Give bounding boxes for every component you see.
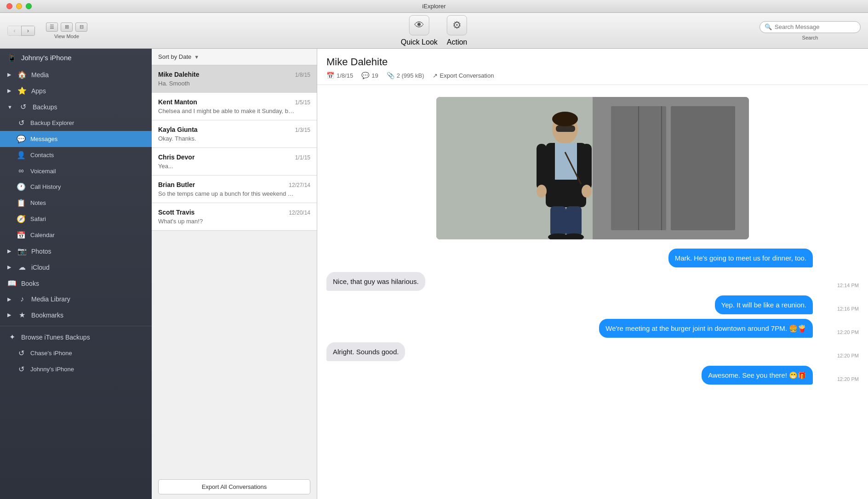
message-list-panel: Sort by Date ▼ Mike Dalehite 1/8/15 Ha. … [152, 49, 317, 499]
sidebar-item-bookmarks[interactable]: ▶ ★ Bookmarks [0, 307, 152, 323]
message-preview: So the temps came up a bunch for this we… [158, 190, 296, 197]
bookmarks-icon: ★ [17, 311, 27, 319]
sidebar-item-contacts[interactable]: 👤 Contacts [0, 147, 152, 163]
svg-point-13 [537, 185, 547, 198]
message-list-header: Sort by Date ▼ [152, 49, 317, 65]
action-button[interactable]: ⚙ Action [447, 15, 467, 46]
sidebar-item-johnny-iphone-backup[interactable]: ↺ Johnny's iPhone [0, 361, 152, 377]
export-conv-label: Export Conversation [440, 72, 494, 79]
photo-attachment [436, 97, 749, 239]
backup-explorer-icon: ↺ [17, 119, 26, 127]
message-date: 12/20/14 [289, 210, 310, 216]
icloud-icon: ☁ [17, 263, 27, 272]
sidebar-item-chase-iphone[interactable]: ↺ Chase's iPhone [0, 345, 152, 361]
sidebar-item-books[interactable]: 📖 Books [0, 275, 152, 291]
message-time: 12:14 PM [837, 283, 859, 288]
message-preview: Chelsea and I might be able to make it S… [158, 108, 296, 114]
column-view-button[interactable]: ⊞ [61, 23, 73, 32]
message-bubble: Awesome. See you there! 😁🎁 [702, 366, 813, 385]
list-item[interactable]: Brian Butler 12/27/14 So the temps came … [152, 176, 317, 203]
conversation-contact-name: Mike Dalehite [326, 56, 859, 68]
sidebar-browse-itunes[interactable]: ✦ Browse iTunes Backups [0, 329, 152, 345]
sidebar-item-messages[interactable]: 💬 Messages [0, 131, 152, 147]
sidebar-item-label-voicemail: Voicemail [30, 168, 56, 175]
message-sender: Mike Dalehite [158, 71, 199, 78]
collapse-arrow-backups: ▼ [7, 104, 12, 110]
sidebar-item-label-media: Media [31, 71, 49, 79]
message-time: 12:20 PM [837, 329, 859, 335]
forward-button[interactable]: › [21, 26, 35, 36]
sidebar-item-label-icloud: iCloud [31, 264, 50, 271]
sidebar-item-label-contacts: Contacts [30, 152, 54, 159]
back-button[interactable]: ‹ [7, 26, 21, 36]
list-item[interactable]: Mike Dalehite 1/8/15 Ha. Smooth [152, 65, 317, 93]
main-layout: 📱 Johnny's iPhone ▶ 🏠 Media ▶ ⭐ Apps ▼ ↺… [0, 49, 868, 499]
sidebar-item-backups[interactable]: ▼ ↺ Backups [0, 99, 152, 115]
title-bar: iExplorer [0, 0, 868, 13]
action-label: Action [447, 38, 467, 46]
list-item[interactable]: Scott Travis 12/20/14 What's up man!? [152, 203, 317, 231]
list-view-button[interactable]: ☰ [46, 23, 58, 32]
sidebar-item-media[interactable]: ▶ 🏠 Media [0, 67, 152, 83]
sidebar-item-photos[interactable]: ▶ 📷 Photos [0, 243, 152, 259]
meta-message-count: 19 [371, 72, 378, 79]
search-input[interactable] [775, 23, 856, 30]
search-label: Search [802, 35, 818, 40]
message-date: 1/1/15 [295, 154, 310, 161]
svg-point-14 [582, 185, 592, 198]
message-sender: Scott Travis [158, 209, 194, 216]
sidebar-item-safari[interactable]: 🧭 Safari [0, 211, 152, 227]
sidebar-item-icloud[interactable]: ▶ ☁ iCloud [0, 259, 152, 275]
message-list: Mike Dalehite 1/8/15 Ha. Smooth Kent Man… [152, 65, 317, 475]
sidebar-item-label-backups: Backups [33, 103, 57, 111]
sidebar-item-label-johnny-iphone-backup: Johnny's iPhone [30, 366, 74, 373]
sidebar-item-notes[interactable]: 📋 Notes [0, 195, 152, 211]
svg-rect-12 [582, 144, 592, 190]
close-button[interactable] [6, 3, 12, 9]
fullscreen-button[interactable] [26, 3, 32, 9]
collapse-arrow-photos: ▶ [7, 248, 11, 254]
list-item[interactable]: Kayla Giunta 1/3/15 Okay. Thanks. [152, 120, 317, 148]
svg-point-8 [552, 112, 578, 126]
export-conversation-button[interactable]: ↗ Export Conversation [433, 72, 494, 79]
message-row-sent-1: Mark. He's going to meet us for dinner, … [326, 249, 859, 267]
sidebar-item-calendar[interactable]: 📅 Calendar [0, 227, 152, 243]
conversation-messages: 12:13 PM Mark. He's going to meet us for… [317, 85, 868, 499]
message-sender: Brian Butler [158, 181, 195, 188]
minimize-button[interactable] [16, 3, 22, 9]
sidebar-item-media-library[interactable]: ▶ ♪ Media Library [0, 291, 152, 307]
messages-icon: 💬 [17, 135, 26, 143]
grid-view-button[interactable]: ⊟ [75, 23, 87, 32]
list-item[interactable]: Kent Manton 1/5/15 Chelsea and I might b… [152, 93, 317, 120]
sidebar-item-label-chase-iphone: Chase's iPhone [30, 350, 72, 357]
search-icon: 🔍 [765, 23, 772, 30]
svg-rect-3 [671, 106, 735, 230]
sidebar-item-voicemail[interactable]: ∞ Voicemail [0, 163, 152, 179]
sidebar-item-label-safari: Safari [30, 215, 46, 222]
collapse-arrow-apps: ▶ [7, 88, 11, 94]
sort-dropdown[interactable]: Sort by Date ▼ [158, 53, 310, 60]
message-date: 1/3/15 [295, 127, 310, 133]
sidebar-device-header[interactable]: 📱 Johnny's iPhone [0, 49, 152, 67]
quick-look-button[interactable]: 👁 Quick Look [401, 15, 438, 46]
conversation-header: Mike Dalehite 📅 1/8/15 💬 19 📎 2 (995 kB)… [317, 49, 868, 85]
quick-look-icon: 👁 [409, 15, 429, 35]
sidebar-item-apps[interactable]: ▶ ⭐ Apps [0, 83, 152, 99]
export-all-button[interactable]: Export All Conversations [158, 479, 310, 494]
meta-date-value: 1/8/15 [337, 72, 353, 79]
meta-messages: 💬 19 [361, 72, 378, 79]
phone-icon: 📱 [7, 53, 17, 62]
traffic-lights [6, 3, 32, 9]
toolbar-nav: ‹ › ☰ ⊞ ⊟ View Mode [7, 23, 87, 39]
list-item[interactable]: Chris Devor 1/1/15 Yea... [152, 148, 317, 176]
sidebar-item-backup-explorer[interactable]: ↺ Backup Explorer [0, 115, 152, 131]
search-box[interactable]: 🔍 [760, 21, 861, 33]
sidebar-item-call-history[interactable]: 🕐 Call History [0, 179, 152, 195]
svg-rect-11 [537, 144, 547, 190]
message-date: 12/27/14 [289, 182, 310, 188]
svg-rect-16 [550, 206, 566, 236]
sidebar-item-label-calendar: Calendar [30, 232, 55, 238]
toolbar-right: 🔍 Search [760, 21, 861, 40]
message-preview: Ha. Smooth [158, 80, 296, 87]
conversation-meta: 📅 1/8/15 💬 19 📎 2 (995 kB) ↗ Export Conv… [326, 72, 859, 79]
